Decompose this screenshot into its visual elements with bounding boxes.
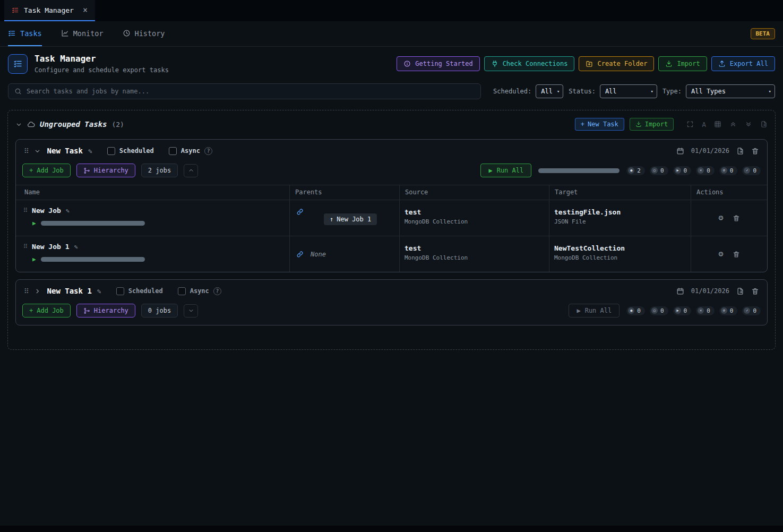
delete-task-icon[interactable]: [751, 147, 759, 155]
run-job-button[interactable]: ▶: [32, 220, 36, 226]
export-all-button[interactable]: Export All: [711, 56, 775, 71]
async-help-icon[interactable]: ?: [204, 147, 212, 155]
nav-tab-history[interactable]: History: [123, 21, 165, 46]
edit-task-icon[interactable]: ✎: [97, 288, 101, 295]
expand-all-icon[interactable]: [745, 121, 752, 128]
async-checkbox[interactable]: [178, 287, 186, 295]
add-job-button[interactable]: + Add Job: [22, 164, 71, 177]
edit-job-icon[interactable]: ✎: [74, 244, 78, 250]
status-total-icon: ●: [628, 307, 634, 314]
run-all-button[interactable]: ▶ Run All: [480, 164, 531, 177]
actions-cell: ⚙: [691, 236, 767, 272]
create-folder-button[interactable]: Create Folder: [579, 56, 654, 71]
async-help-icon[interactable]: ?: [213, 287, 221, 295]
task-drag-handle[interactable]: ⠿: [24, 288, 29, 295]
task-header: ⠿ New Task ✎ Scheduled Async ? 01/01/202…: [16, 140, 767, 161]
add-job-button[interactable]: + Add Job: [22, 304, 71, 318]
check-connections-button[interactable]: Check Connections: [484, 56, 575, 71]
window-tab[interactable]: Task Manager ×: [4, 0, 95, 21]
scheduled-checkbox[interactable]: [107, 147, 115, 155]
async-checkbox[interactable]: [169, 147, 177, 155]
collapse-all-icon[interactable]: [729, 121, 737, 128]
status-badge: ▶0: [673, 166, 692, 175]
status-badge: ●0: [626, 306, 645, 315]
export-task-icon[interactable]: [736, 287, 744, 295]
edit-task-icon[interactable]: ✎: [88, 148, 92, 155]
task-name: New Task: [47, 147, 83, 155]
link-icon: [296, 251, 304, 258]
expand-jobs-button[interactable]: [184, 304, 198, 318]
delete-task-icon[interactable]: [751, 287, 759, 295]
column-header-actions: Actions: [691, 185, 767, 200]
filter-bar: Scheduled: All Status: All Type: All Typ…: [0, 80, 783, 106]
expand-view-icon[interactable]: [686, 121, 694, 128]
main-nav: Tasks Monitor History BETA: [0, 21, 783, 47]
run-job-button[interactable]: ▶: [32, 256, 36, 262]
job-drag-handle[interactable]: ⠿: [23, 244, 27, 250]
source-cell: test MongoDB Collection: [400, 200, 549, 236]
hierarchy-button[interactable]: Hierarchy: [76, 304, 135, 318]
nav-tab-label: Tasks: [20, 29, 42, 38]
scheduled-checkbox[interactable]: [116, 287, 124, 295]
target-cell: NewTestCollection MongoDB Collection: [549, 236, 691, 272]
task-drag-handle[interactable]: ⠿: [24, 148, 29, 155]
calendar-icon: [676, 287, 684, 295]
target-name: NewTestCollection: [554, 244, 685, 252]
export-group-icon[interactable]: [760, 121, 768, 128]
getting-started-button[interactable]: Getting Started: [397, 56, 479, 71]
new-task-button[interactable]: + New Task: [575, 118, 624, 131]
font-size-icon[interactable]: A: [702, 121, 706, 128]
delete-job-icon[interactable]: [733, 214, 740, 222]
nav-tab-monitor[interactable]: Monitor: [61, 21, 104, 46]
nav-tab-tasks[interactable]: Tasks: [8, 21, 42, 46]
arrow-up-icon: ↑: [330, 216, 333, 223]
branch-icon: [83, 167, 90, 174]
branch-icon: [83, 307, 90, 314]
status-success-icon: ✓: [744, 307, 750, 314]
import-button[interactable]: Import: [658, 56, 707, 71]
tasks-icon: [8, 29, 16, 37]
scheduled-label: Scheduled: [128, 287, 163, 295]
hierarchy-button[interactable]: Hierarchy: [76, 164, 135, 177]
app-logo: [8, 54, 28, 74]
delete-job-icon[interactable]: [733, 251, 740, 258]
target-name: testingFile.json: [554, 208, 685, 216]
grid-view-icon[interactable]: [714, 121, 721, 128]
status-badges: ●2 ○0 ▶0 ✕0 ⊘0 ✓0: [626, 166, 761, 175]
status-badge: ●2: [626, 166, 645, 175]
task-collapse-icon[interactable]: [34, 148, 41, 155]
window-tab-bar: Task Manager ×: [0, 0, 783, 21]
edit-job-icon[interactable]: ✎: [66, 208, 70, 214]
tab-close-icon[interactable]: ×: [83, 5, 88, 15]
job-drag-handle[interactable]: ⠿: [23, 208, 27, 213]
source-type: MongoDB Collection: [405, 218, 544, 225]
type-filter-select[interactable]: All Types: [686, 84, 775, 98]
job-settings-icon[interactable]: ⚙: [718, 250, 723, 258]
play-icon: ▶: [577, 307, 580, 314]
task-expand-icon[interactable]: [34, 288, 41, 295]
parents-cell: ↑ New Job 1: [290, 200, 400, 236]
actions-cell: ⚙: [691, 200, 767, 236]
task-date: 01/01/2026: [691, 147, 729, 155]
search-input[interactable]: [27, 88, 475, 95]
group-import-button[interactable]: Import: [630, 118, 674, 131]
window-tab-title: Task Manager: [24, 6, 74, 14]
group-collapse-icon[interactable]: [15, 121, 22, 128]
scheduled-filter-select[interactable]: All: [536, 84, 563, 98]
search-box: [8, 83, 481, 99]
collapse-jobs-button[interactable]: [184, 164, 198, 177]
job-settings-icon[interactable]: ⚙: [718, 214, 723, 222]
history-icon: [123, 29, 131, 37]
page-header: Task Manager Configure and schedule expo…: [0, 47, 783, 80]
status-cancelled-icon: ⊘: [721, 167, 727, 174]
export-task-icon[interactable]: [736, 147, 744, 155]
task-card: ⠿ New Task 1 ✎ Scheduled Async ? 01/01/2…: [15, 279, 768, 325]
scheduled-filter-label: Scheduled:: [493, 88, 531, 95]
status-total-icon: ●: [628, 167, 634, 174]
parent-job-chip[interactable]: ↑ New Job 1: [324, 213, 377, 225]
task-card: ⠿ New Task ✎ Scheduled Async ? 01/01/202…: [15, 139, 768, 272]
status-filter-select[interactable]: All: [600, 84, 657, 98]
run-all-button[interactable]: ▶ Run All: [569, 304, 619, 318]
task-toolbar: + Add Job Hierarchy 0 jobs ▶ Run All: [16, 301, 767, 325]
status-badge: ⊘0: [719, 166, 738, 175]
